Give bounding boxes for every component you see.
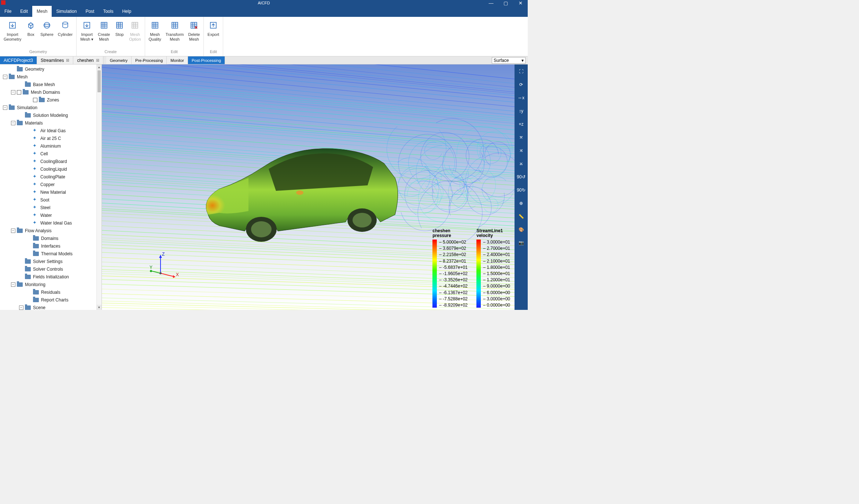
tree-item-soot[interactable]: Soot (0, 196, 96, 204)
tree-item-base-mesh[interactable]: Base Mesh (0, 81, 96, 88)
tree-item-coolingplate[interactable]: CoolingPlate (0, 173, 96, 181)
screenshot-button[interactable]: 📷 (516, 238, 526, 248)
tree-item-monitoring[interactable]: −Monitoring (0, 281, 96, 288)
ribbon-stop[interactable]: Stop (112, 19, 127, 38)
expand-icon[interactable]: − (19, 305, 23, 310)
axes-xy-button[interactable]: ⤧ (516, 133, 526, 142)
expand-icon[interactable]: − (11, 229, 15, 233)
palette-button[interactable]: 🎨 (516, 225, 526, 234)
ribbon-transform-mesh[interactable]: Transform Mesh (163, 19, 186, 43)
axes-yz-button[interactable]: ⤩ (516, 159, 526, 168)
tree-item-steel[interactable]: Steel (0, 204, 96, 211)
workspace-tab-aicfdproject3[interactable]: AICFDProject3 (0, 56, 37, 64)
close-button[interactable]: ✕ (513, 0, 528, 6)
scroll-down-icon[interactable]: ▾ (97, 305, 102, 310)
ruler-button[interactable]: 📏 (516, 212, 526, 221)
axis-z-button[interactable]: +z (516, 119, 526, 129)
menu-post[interactable]: Post (81, 6, 99, 17)
tree-item-report-charts[interactable]: Report Charts (0, 296, 96, 304)
tree-label: Simulation (17, 105, 37, 110)
folder-icon (9, 75, 15, 79)
tree-item-zones[interactable]: Zones (0, 96, 96, 104)
tree-item-air-at-25-c[interactable]: Air at 25 C (0, 134, 96, 142)
tree-item-thermal-models[interactable]: Thermal Models (0, 250, 96, 257)
tree-item-cell[interactable]: Cell (0, 150, 96, 158)
tree-label: CoolingPlate (40, 174, 65, 179)
svg-point-3 (63, 22, 68, 24)
maximize-button[interactable]: ▢ (498, 0, 513, 6)
axis-y-button[interactable]: ↕y (516, 106, 526, 116)
ribbon-import-geometry[interactable]: Import Geometry (1, 19, 23, 43)
stage-tab-pre-processing[interactable]: Pre-Processing (132, 56, 167, 64)
menu-mesh[interactable]: Mesh (32, 6, 52, 17)
expand-icon[interactable]: − (11, 90, 15, 94)
ribbon-create-mesh[interactable]: Create Mesh (96, 19, 112, 43)
legend-tick: 3.6079e+02 (439, 246, 468, 251)
stage-tab-monitor[interactable]: Monitor (167, 56, 188, 64)
tree-item-domains[interactable]: Domains (0, 234, 96, 242)
menu-edit[interactable]: Edit (16, 6, 32, 17)
ribbon-delete-mesh[interactable]: Delete Mesh (186, 19, 202, 43)
tree-item-solver-settings[interactable]: Solver Settings (0, 257, 96, 265)
render-mode-dropdown[interactable]: Surface▾ (492, 56, 526, 64)
tree-label: Thermal Models (41, 251, 73, 256)
tree-item-coolingliquid[interactable]: CoolingLiquid (0, 165, 96, 173)
stage-tab-geometry[interactable]: Geometry (106, 56, 132, 64)
tree-item-coolingboard[interactable]: CoolingBoard (0, 158, 96, 165)
minimize-button[interactable]: — (484, 0, 498, 6)
workspace-tab-streamlines[interactable]: Streamlines⊠ (37, 56, 73, 64)
fit-view-button[interactable]: ⛶ (516, 67, 526, 76)
scroll-up-icon[interactable]: ▴ (97, 64, 102, 70)
tree-item-fields-initialization[interactable]: Fields Initialization (0, 273, 96, 281)
checkbox[interactable] (33, 98, 37, 102)
axis-x-button[interactable]: ↔x (516, 93, 526, 103)
tree-item-solution-modeling[interactable]: Solution Modeling (0, 111, 96, 119)
ribbon-sphere[interactable]: Sphere (38, 19, 55, 38)
rotate-button[interactable]: ⟳ (516, 80, 526, 89)
menu-tools[interactable]: Tools (99, 6, 118, 17)
tree-item-copper[interactable]: Copper (0, 181, 96, 188)
menu-help[interactable]: Help (118, 6, 136, 17)
menu-file[interactable]: File (0, 6, 16, 17)
expand-icon[interactable]: − (11, 282, 15, 287)
axes-xz-button[interactable]: ⤨ (516, 146, 526, 155)
rotate-90-cw-button[interactable]: 90↻ (516, 185, 526, 195)
tree-item-air-ideal-gas[interactable]: Air Ideal Gas (0, 127, 96, 134)
tree-item-mesh[interactable]: −Mesh (0, 73, 96, 81)
tree-item-flow-analysis[interactable]: −Flow Analysis (0, 227, 96, 234)
expand-icon[interactable]: − (3, 105, 7, 110)
workspace-tab-cheshen[interactable]: cheshen⊠ (73, 56, 103, 64)
tree-item-solver-controls[interactable]: Solver Controls (0, 265, 96, 273)
viewport-3d[interactable]: X Y Z cheshen pressure 5.0000e+023.6079e… (102, 64, 515, 310)
menu-simulation[interactable]: Simulation (52, 6, 81, 17)
tree-item-residuals[interactable]: Residuals (0, 288, 96, 296)
zoom-fit-icon: ⊕ (519, 201, 523, 206)
tree-label: Fields Initialization (33, 274, 69, 279)
stage-tab-post-processing[interactable]: Post-Processing (188, 56, 225, 64)
tree-item-water[interactable]: Water (0, 211, 96, 219)
tree-item-mesh-domains[interactable]: −Mesh Domains (0, 88, 96, 96)
tree-item-aluminium[interactable]: Aluminium (0, 142, 96, 150)
color-bar (476, 240, 481, 308)
expand-icon[interactable]: − (3, 75, 7, 79)
tree-item-materials[interactable]: −Materials (0, 119, 96, 127)
tree-item-water-ideal-gas[interactable]: Water Ideal Gas (0, 219, 96, 227)
tree-item-new-material[interactable]: New Material (0, 188, 96, 196)
checkbox[interactable] (17, 90, 21, 94)
tree-item-simulation[interactable]: −Simulation (0, 104, 96, 111)
close-icon[interactable]: ⊠ (66, 58, 69, 63)
tree-item-interfaces[interactable]: Interfaces (0, 242, 96, 250)
zoom-fit-button[interactable]: ⊕ (516, 199, 526, 208)
ribbon-mesh-quality[interactable]: Mesh Quality (147, 19, 163, 43)
ribbon-cylinder[interactable]: Cylinder (56, 19, 75, 38)
scroll-thumb[interactable] (97, 70, 101, 92)
ribbon-export[interactable]: Export (205, 19, 221, 38)
close-icon[interactable]: ⊠ (96, 58, 99, 63)
ribbon-import-mesh[interactable]: Import Mesh ▾ (78, 19, 96, 43)
tree-scrollbar[interactable]: ▴ ▾ (96, 64, 102, 310)
ribbon-box[interactable]: Box (23, 19, 38, 38)
rotate-90-ccw-button[interactable]: 90↺ (516, 172, 526, 182)
expand-icon[interactable]: − (11, 121, 15, 125)
tree-item-scene[interactable]: −Scene (0, 304, 96, 310)
tree-item-geometry[interactable]: Geometry (0, 65, 96, 73)
